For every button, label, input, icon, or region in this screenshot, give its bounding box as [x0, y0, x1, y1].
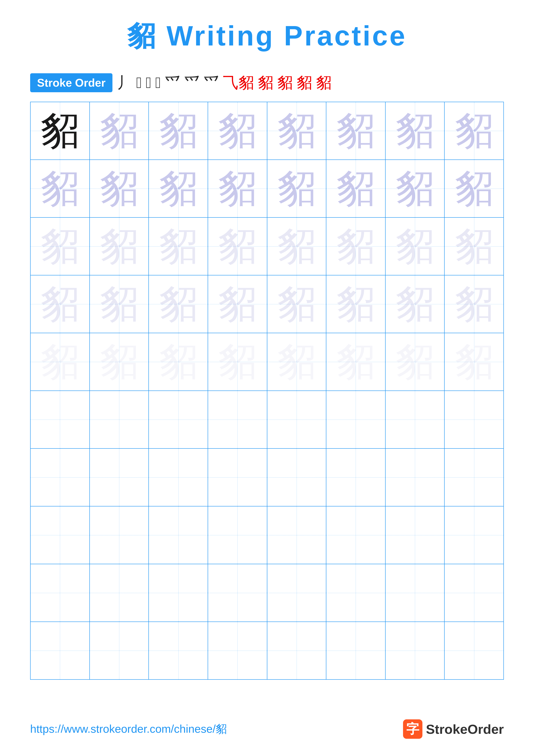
stroke-order-badge: Stroke Order	[30, 73, 113, 92]
table-cell	[149, 448, 208, 506]
table-cell: 貂	[326, 275, 385, 333]
cell-guide	[267, 449, 326, 506]
cell-guide	[267, 564, 326, 622]
character-light: 貂	[100, 109, 139, 152]
cell-guide	[326, 564, 385, 622]
table-cell: 貂	[149, 217, 208, 275]
table-cell: 貂	[30, 333, 89, 391]
character-light: 貂	[395, 109, 434, 152]
character-lighter: 貂	[100, 225, 139, 268]
table-row: 貂 貂 貂 貂 貂 貂 貂	[30, 160, 504, 217]
cell-guide	[149, 506, 208, 564]
footer-logo-text: StrokeOrder	[426, 721, 504, 737]
cell-guide	[267, 506, 326, 564]
table-cell	[89, 564, 149, 622]
table-cell: 貂	[89, 217, 149, 275]
cell-guide	[90, 449, 149, 506]
character-lighter: 貂	[100, 283, 139, 325]
cell-guide	[267, 622, 326, 679]
cell-guide	[445, 391, 503, 448]
table-cell	[30, 622, 89, 680]
table-cell: 貂	[149, 275, 208, 333]
character-light: 貂	[159, 109, 198, 152]
character-lightest: 貂	[336, 340, 375, 383]
cell-guide	[445, 622, 503, 679]
table-cell	[267, 564, 326, 622]
cell-guide	[208, 622, 267, 679]
cell-guide	[31, 564, 89, 622]
table-cell	[30, 448, 89, 506]
table-cell	[267, 622, 326, 680]
table-cell	[149, 391, 208, 448]
table-cell: 貂	[445, 275, 504, 333]
character-lightest: 貂	[277, 340, 316, 383]
table-cell: 貂	[445, 333, 504, 391]
character-dark: 貂	[40, 109, 79, 152]
table-cell: 貂	[89, 275, 149, 333]
cell-guide	[208, 449, 267, 506]
cell-guide	[149, 622, 208, 679]
character-light: 貂	[455, 167, 494, 210]
stroke-order-row: Stroke Order 丿 𠃌 𠃎 𠄌 ⺤ ⺤ ⺤ ⺄貂 貂 貂 貂 貂	[30, 72, 504, 93]
table-cell	[30, 564, 89, 622]
table-cell: 貂	[30, 102, 89, 160]
table-cell: 貂	[30, 160, 89, 217]
table-row	[30, 448, 504, 506]
character-lighter: 貂	[159, 225, 198, 268]
table-row: 貂 貂 貂 貂 貂 貂 貂	[30, 102, 504, 160]
table-cell: 貂	[267, 102, 326, 160]
table-cell: 貂	[267, 160, 326, 217]
cell-guide	[326, 622, 385, 679]
stroke-sequence: 丿 𠃌 𠃎 𠄌 ⺤ ⺤ ⺤ ⺄貂 貂 貂 貂 貂	[117, 72, 332, 93]
character-lightest: 貂	[159, 340, 198, 383]
character-light: 貂	[336, 167, 375, 210]
character-lighter: 貂	[40, 225, 79, 268]
character-lighter: 貂	[40, 283, 79, 325]
cell-guide	[326, 391, 385, 448]
table-row: 貂 貂 貂 貂 貂 貂 貂	[30, 217, 504, 275]
table-cell	[89, 448, 149, 506]
table-cell	[445, 622, 504, 680]
character-lighter: 貂	[218, 283, 257, 325]
stroke-seq-10: 貂	[277, 72, 293, 93]
character-lighter: 貂	[395, 225, 434, 268]
stroke-seq-5: ⺤	[165, 72, 180, 93]
stroke-seq-7: ⺤	[204, 72, 219, 93]
table-row	[30, 506, 504, 564]
cell-guide	[31, 391, 89, 448]
table-row: 貂 貂 貂 貂 貂 貂 貂	[30, 275, 504, 333]
cell-guide	[386, 506, 445, 564]
table-cell	[89, 391, 149, 448]
character-light: 貂	[277, 109, 316, 152]
cell-guide	[149, 391, 208, 448]
character-light: 貂	[395, 167, 434, 210]
table-cell: 貂	[326, 102, 385, 160]
practice-table: 貂 貂 貂 貂 貂 貂 貂	[30, 102, 504, 680]
cell-guide	[31, 506, 89, 564]
character-lightest: 貂	[40, 340, 79, 383]
character-light: 貂	[336, 109, 375, 152]
table-cell: 貂	[208, 333, 267, 391]
character-lightest: 貂	[395, 340, 434, 383]
cell-guide	[31, 622, 89, 679]
table-cell	[30, 506, 89, 564]
table-cell	[89, 506, 149, 564]
character-lighter: 貂	[277, 283, 316, 325]
table-cell: 貂	[267, 275, 326, 333]
stroke-seq-1: 丿	[117, 72, 132, 93]
cell-guide	[445, 564, 503, 622]
character-light: 貂	[218, 109, 257, 152]
table-cell	[445, 448, 504, 506]
table-cell: 貂	[385, 217, 445, 275]
table-cell	[385, 391, 445, 448]
table-row	[30, 391, 504, 448]
table-cell: 貂	[385, 160, 445, 217]
character-lighter: 貂	[159, 283, 198, 325]
table-cell: 貂	[326, 333, 385, 391]
character-lighter: 貂	[336, 225, 375, 268]
table-cell	[445, 506, 504, 564]
character-lightest: 貂	[455, 340, 494, 383]
table-cell	[385, 448, 445, 506]
table-cell	[385, 622, 445, 680]
cell-guide	[386, 622, 445, 679]
